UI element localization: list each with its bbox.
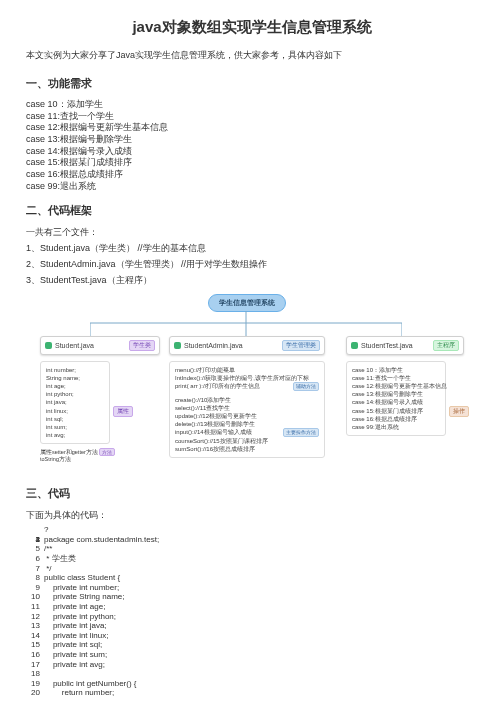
module-tag: 学生管理类	[282, 340, 320, 351]
module-student-test: StudentTest.java 主程序 case 10：添加学生 case 1…	[346, 336, 464, 436]
diagram-top-box: 学生信息管理系统	[208, 294, 286, 312]
line-number: 10	[26, 592, 40, 602]
code-line: ?	[26, 525, 478, 535]
main-method-tag: 主要操作方法	[283, 428, 319, 437]
code-line: 14 private int linux;	[26, 631, 478, 641]
code-text: package com.studentadmin.test;	[44, 535, 159, 544]
case-item: case 14:根据编号录入成绩	[26, 146, 478, 158]
line-number: 11	[26, 602, 40, 612]
case-item: case 16:根据总成绩排序	[26, 169, 478, 181]
module-body: case 10：添加学生 case 11:查找一个学生 case 12:根据编号…	[346, 361, 446, 436]
code-text: /**	[44, 544, 52, 553]
code-line: 9 private int number;	[26, 583, 478, 593]
code-line: 20 return number;	[26, 688, 478, 698]
case-item: case 99:退出系统	[26, 181, 478, 193]
line-number: 12	[26, 612, 40, 622]
module-header: StudentTest.java 主程序	[346, 336, 464, 355]
prop: int java;	[46, 398, 104, 406]
method: update()://12根据编号更新学生	[175, 412, 319, 420]
file-item: 3、StudentTest.java（主程序）	[26, 274, 478, 286]
code-text: private String name;	[44, 592, 124, 601]
line-number: 13	[26, 621, 40, 631]
code-text: private int python;	[44, 612, 116, 621]
code-text: private int sql;	[44, 640, 102, 649]
case: case 13:根据编号删除学生	[352, 390, 440, 398]
code-line: 5/**	[26, 544, 478, 554]
line-number: 16	[26, 650, 40, 660]
module-header: StudentAdmin.java 学生管理类	[169, 336, 325, 355]
code-line: 15 private int sql;	[26, 640, 478, 650]
module-body: int number; String name; int age; int py…	[40, 361, 110, 444]
frame-intro: 一共有三个文件：	[26, 226, 478, 238]
method: input()://14根据编号输入成绩	[175, 428, 252, 437]
prop: int number;	[46, 366, 104, 374]
code-line: 12 private int python;	[26, 612, 478, 622]
module-body: menu()://打印功能菜单 IntIndex()://获取要操作的编号,该学…	[169, 361, 325, 458]
module-name: StudentTest.java	[361, 342, 413, 349]
module-name: StudentAdmin.java	[184, 342, 243, 349]
section-heading-2: 二、代码框架	[26, 203, 478, 218]
prop: int linux;	[46, 407, 104, 415]
method: menu()://打印功能菜单	[175, 366, 319, 374]
line-number: 18	[26, 669, 40, 679]
code-text: return number;	[44, 688, 114, 697]
module-student-admin: StudentAdmin.java 学生管理类 menu()://打印功能菜单 …	[169, 336, 325, 458]
case: case 12:根据编号更新学生基本信息	[352, 382, 440, 390]
code-line: 8public class Student {	[26, 573, 478, 583]
module-footer: 属性setter和getter方法 方法	[40, 448, 160, 456]
module-name: Student.java	[55, 342, 94, 349]
file-item: 1、Student.java（学生类） //学生的基本信息	[26, 242, 478, 254]
case: case 16:根据总成绩排序	[352, 415, 440, 423]
case-item: case 15:根据某门成绩排序	[26, 157, 478, 169]
intro-text: 本文实例为大家分享了Java实现学生信息管理系统，供大家参考，具体内容如下	[26, 49, 478, 62]
case: case 10：添加学生	[352, 366, 440, 374]
module-footer2: toString方法	[40, 456, 160, 463]
method: sumSort()://16按照总成绩排序	[175, 445, 319, 453]
line-number: 6	[26, 554, 40, 564]
file-item: 2、StudentAdmin.java（学生管理类） //用于对学生数组操作	[26, 258, 478, 270]
line-number: 4	[26, 535, 40, 545]
case: case 15:根据某门成绩排序	[352, 407, 440, 415]
architecture-diagram: 学生信息管理系统 Student.java 学生类 int number; St…	[26, 294, 478, 472]
code-text: */	[44, 564, 52, 573]
method: courseSort()://15按照某门课程排序	[175, 437, 319, 445]
case: case 11:查找一个学生	[352, 374, 440, 382]
method: print( arr )://打印所有的学生信息	[175, 382, 260, 391]
code-line: 16 private int sum;	[26, 650, 478, 660]
prop: String name;	[46, 374, 104, 382]
section-heading-3: 三、代码	[26, 486, 478, 501]
section-heading-1: 一、功能需求	[26, 76, 478, 91]
code-text: private int java;	[44, 621, 107, 630]
method: delete()://13根据编号删除学生	[175, 420, 319, 428]
module-tag: 学生类	[129, 340, 155, 351]
line-number: 8	[26, 573, 40, 583]
prop: int avg;	[46, 431, 104, 439]
line-number: 17	[26, 660, 40, 670]
code-label: 下面为具体的代码：	[26, 509, 478, 521]
code-text: public int getNumber() {	[44, 679, 136, 688]
case-list: case 10：添加学生 case 11:查找一个学生 case 12:根据编号…	[26, 99, 478, 193]
code-text: private int avg;	[44, 660, 105, 669]
file-icon	[174, 342, 181, 349]
code-text: private int number;	[44, 583, 119, 592]
line-number: 14	[26, 631, 40, 641]
method: select()://11查找学生	[175, 404, 319, 412]
line-number: 5	[26, 544, 40, 554]
prop: int age;	[46, 382, 104, 390]
code-line: 7 */	[26, 564, 478, 574]
code-line: 11 private int age;	[26, 602, 478, 612]
prop: int python;	[46, 390, 104, 398]
line-number: 7	[26, 564, 40, 574]
code-text: private int sum;	[44, 650, 107, 659]
side-tag-prop: 属性	[113, 406, 133, 417]
method: IntIndex()://获取要操作的编号,该学生所对应的下标	[175, 374, 319, 382]
case-item: case 11:查找一个学生	[26, 111, 478, 123]
file-icon	[351, 342, 358, 349]
code-text	[44, 669, 53, 678]
method: create()://10添加学生	[175, 396, 319, 404]
case: case 99:退出系统	[352, 423, 440, 431]
code-lines: 1234package com.studentadmin.test;5/**6 …	[26, 535, 478, 698]
code-text: private int age;	[44, 602, 105, 611]
code-block: ?	[26, 525, 478, 535]
page-title: java对象数组实现学生信息管理系统	[26, 18, 478, 37]
